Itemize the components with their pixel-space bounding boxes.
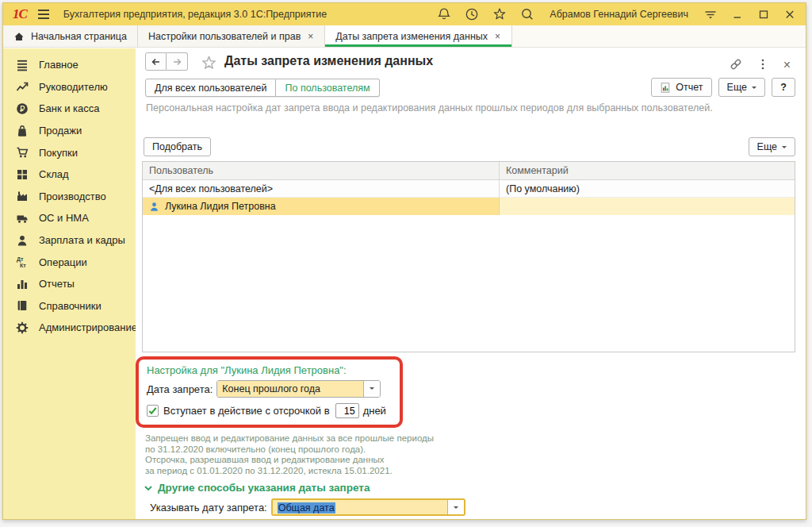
shopping-bag-icon — [15, 125, 29, 137]
title-bar: 1С Бухгалтерия предприятия, редакция 3.0… — [3, 3, 806, 25]
tab-label: Начальная страница — [31, 31, 127, 42]
dropdown-arrow-icon — [447, 500, 464, 514]
column-header-user[interactable]: Пользователь — [143, 162, 500, 179]
trend-chart-icon — [15, 80, 29, 93]
favorite-star-icon[interactable] — [201, 55, 217, 75]
mode-switch: Для всех пользователей По пользователям — [145, 79, 380, 97]
sidebar-item-operations[interactable]: ДтКт Операции — [3, 251, 136, 273]
mode-by-users-button[interactable]: По пользователям — [276, 79, 379, 97]
checkmark-icon — [147, 406, 158, 416]
help-button[interactable]: ? — [772, 78, 795, 97]
sidebar-item-purchases[interactable]: Покупки — [3, 141, 136, 163]
ruble-circle-icon — [15, 102, 29, 115]
other-methods-row: Указывать дату запрета: Общая дата — [150, 498, 465, 516]
open-windows-tabbar: Начальная страница Настройки пользовател… — [3, 25, 806, 48]
sidebar-item-fixed-assets[interactable]: ОС и НМА — [3, 207, 136, 229]
sidebar-item-manager[interactable]: Руководителю — [3, 76, 136, 98]
dropdown-arrow-icon — [752, 87, 756, 91]
gear-icon — [15, 321, 29, 334]
mode-all-users-button[interactable]: Для всех пользователей — [145, 79, 276, 97]
chevron-down-icon — [144, 483, 153, 493]
close-window-icon[interactable] — [783, 8, 796, 21]
1c-logo: 1С — [13, 6, 27, 22]
form-area: Даты запрета изменения данных × Для всех… — [136, 48, 806, 519]
deferral-checkbox[interactable] — [147, 405, 159, 417]
link-icon[interactable] — [730, 58, 742, 72]
sidebar-item-salary-hr[interactable]: Зарплата и кадры — [3, 229, 136, 252]
svg-text:Дт: Дт — [17, 256, 24, 263]
date-restriction-label: Дата запрета: — [147, 383, 213, 395]
menu-lines-icon — [15, 59, 29, 71]
history-icon[interactable] — [465, 7, 479, 21]
minimize-icon[interactable] — [731, 8, 744, 21]
deferral-days-input[interactable]: 15 — [335, 403, 359, 418]
deferral-suffix: дней — [363, 405, 386, 417]
sidebar-item-reports[interactable]: Отчеты — [3, 273, 136, 295]
report-icon — [660, 82, 671, 94]
sidebar-item-references[interactable]: Справочники — [3, 295, 136, 317]
service-functions-icon[interactable] — [703, 7, 718, 21]
notifications-bell-icon[interactable] — [437, 7, 451, 21]
debit-credit-icon: ДтКт — [15, 256, 29, 268]
column-header-comment[interactable]: Комментарий — [500, 162, 795, 179]
selected-text: Общая дата — [278, 502, 335, 514]
table-row[interactable]: <Для всех пользователей> (По умолчанию) — [143, 180, 795, 198]
dropdown-arrow-icon — [363, 381, 380, 397]
user-icon — [149, 202, 159, 212]
book-icon — [15, 299, 29, 312]
svg-text:Кт: Кт — [20, 263, 26, 268]
settings-header: Настройка для "Лукина Лидия Петровна": — [147, 364, 392, 376]
table-more-button[interactable]: Еще — [749, 137, 795, 156]
date-restriction-select[interactable]: Конец прошлого года — [216, 380, 381, 398]
pick-users-button[interactable]: Подобрать — [144, 137, 211, 156]
window-title: Бухгалтерия предприятия, редакция 3.0 1С… — [63, 9, 327, 20]
tab-home[interactable]: Начальная страница — [3, 25, 138, 47]
more-button[interactable]: Еще — [718, 78, 765, 97]
kebab-menu-icon[interactable] — [757, 58, 768, 72]
home-icon — [13, 31, 25, 42]
shopping-cart-icon — [15, 146, 29, 159]
close-form-icon[interactable]: × — [783, 59, 791, 71]
table-header: Пользователь Комментарий — [143, 162, 795, 180]
sidebar-item-main[interactable]: Главное — [3, 54, 136, 76]
main-menu-icon[interactable] — [38, 10, 49, 19]
sidebar-item-warehouse[interactable]: Склад — [3, 163, 136, 186]
tab-label: Настройки пользователей и прав — [148, 31, 301, 42]
current-user[interactable]: Абрамов Геннадий Сергеевич — [550, 9, 688, 20]
sidebar-item-sales[interactable]: Продажи — [3, 120, 136, 142]
dropdown-arrow-icon — [782, 146, 787, 151]
forward-button[interactable] — [167, 52, 188, 71]
person-icon — [15, 234, 29, 247]
page-title: Даты запрета изменения данных — [224, 54, 433, 68]
sidebar-item-bank-cash[interactable]: Банк и касса — [3, 98, 136, 120]
report-button[interactable]: Отчет — [651, 78, 711, 97]
boxes-grid-icon — [15, 168, 29, 181]
favorites-star-icon[interactable] — [492, 7, 507, 21]
form-description: Персональная настройка дат запрета ввода… — [146, 102, 713, 113]
annotation-highlight-box: Настройка для "Лукина Лидия Петровна": Д… — [136, 356, 403, 428]
search-icon[interactable] — [520, 7, 534, 21]
table-row-selected[interactable]: Лукина Лидия Петровна — [143, 198, 795, 215]
tab-restriction-dates[interactable]: Даты запрета изменения данных × — [325, 25, 512, 47]
tab-user-settings[interactable]: Настройки пользователей и прав × — [138, 25, 325, 47]
sidebar-item-administration[interactable]: Администрирование — [3, 317, 136, 339]
bar-chart-icon — [15, 278, 29, 290]
tab-close-icon[interactable]: × — [494, 31, 501, 42]
form-window-icons: × — [730, 58, 791, 72]
deferral-label: Вступает в действие с отсрочкой в — [163, 405, 330, 417]
back-button[interactable] — [145, 52, 167, 71]
application-window: 1С Бухгалтерия предприятия, редакция 3.0… — [2, 2, 806, 520]
users-table: Пользователь Комментарий <Для всех польз… — [142, 161, 795, 352]
sidebar-item-production[interactable]: Производство — [3, 186, 136, 208]
maximize-icon[interactable] — [757, 8, 770, 21]
tab-label: Даты запрета изменения данных — [335, 31, 488, 42]
factory-icon — [15, 190, 29, 202]
date-method-label: Указывать дату запрета: — [150, 502, 267, 514]
date-method-select[interactable]: Общая дата — [271, 498, 465, 516]
tab-close-icon[interactable]: × — [307, 31, 314, 42]
form-action-buttons: Отчет Еще ? — [651, 78, 795, 97]
sections-sidebar: Главное Руководителю Банк и касса Продаж… — [3, 48, 136, 519]
restriction-explanation: Запрещен ввод и редактирование данных за… — [145, 433, 434, 476]
other-methods-section-toggle[interactable]: Другие способы указания даты запрета — [144, 482, 370, 494]
truck-icon — [15, 212, 29, 225]
